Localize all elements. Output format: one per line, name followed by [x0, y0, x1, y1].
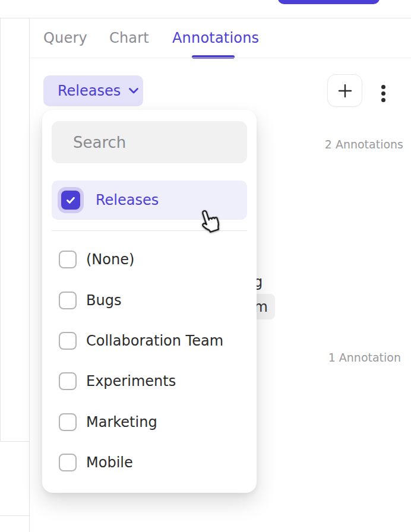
dropdown-option-label: Experiments — [86, 373, 176, 390]
chevron-down-icon — [128, 87, 139, 94]
tab-annotations[interactable]: Annotations — [172, 30, 259, 46]
add-annotation-button[interactable] — [327, 74, 362, 107]
checkbox-unchecked-icon[interactable] — [59, 332, 77, 350]
left-rail-border-inner — [29, 18, 30, 532]
checkbox-unchecked-icon[interactable] — [59, 292, 77, 309]
releases-filter-dropdown-trigger[interactable]: Releases — [43, 75, 143, 106]
kebab-icon — [381, 98, 385, 102]
dropdown-option[interactable]: Bugs — [42, 280, 257, 320]
dropdown-option[interactable]: (None) — [42, 239, 257, 280]
annotation-group-count: 1 Annotation — [328, 351, 401, 364]
dropdown-option-label: Marketing — [86, 414, 157, 430]
dropdown-options-list: (None) Bugs Collaboration Team Experimen… — [42, 239, 257, 483]
header-divider — [0, 18, 411, 18]
left-rail-border-outer — [0, 18, 1, 441]
active-tab-indicator — [192, 55, 235, 59]
checkbox-unchecked-icon[interactable] — [59, 251, 77, 268]
dropdown-option-label: Collaboration Team — [86, 332, 223, 349]
top-primary-button[interactable] — [278, 0, 380, 4]
search-input[interactable] — [72, 133, 267, 152]
dropdown-search[interactable] — [52, 121, 247, 163]
more-options-button[interactable] — [378, 83, 388, 104]
kebab-icon — [381, 91, 385, 96]
dropdown-option-label: Mobile — [86, 454, 133, 471]
tab-chart[interactable]: Chart — [109, 30, 149, 46]
dropdown-option-label: Bugs — [86, 292, 121, 309]
left-rail-row-divider — [0, 441, 29, 442]
dropdown-option[interactable]: Mobile — [42, 442, 257, 483]
checkbox-unchecked-icon[interactable] — [59, 454, 77, 471]
dropdown-option-releases-selected[interactable]: Releases — [52, 180, 247, 220]
dropdown-option[interactable]: Experiments — [42, 361, 257, 401]
plus-icon — [337, 83, 353, 99]
annotations-screen: Query Chart Annotations Releases 2 Annot… — [0, 0, 411, 532]
checkbox-unchecked-icon[interactable] — [59, 372, 77, 390]
dropdown-option[interactable]: Marketing — [42, 402, 257, 442]
releases-filter-dropdown-panel: Releases (None) Bugs Collaboration Team — [42, 110, 257, 493]
annotation-group-count: 2 Annotations — [325, 138, 403, 151]
kebab-icon — [381, 85, 385, 89]
dropdown-option-label: (None) — [86, 251, 134, 268]
filter-trigger-label: Releases — [58, 83, 121, 99]
dropdown-option-label: Releases — [96, 192, 159, 208]
tabbar-divider — [30, 58, 411, 58]
checkbox-unchecked-icon[interactable] — [59, 413, 77, 431]
dropdown-option[interactable]: Collaboration Team — [42, 321, 257, 361]
dropdown-divider — [52, 230, 247, 231]
checkbox-checked-icon[interactable] — [61, 191, 80, 210]
left-rail-row-divider — [0, 515, 29, 516]
tab-query[interactable]: Query — [43, 30, 87, 46]
